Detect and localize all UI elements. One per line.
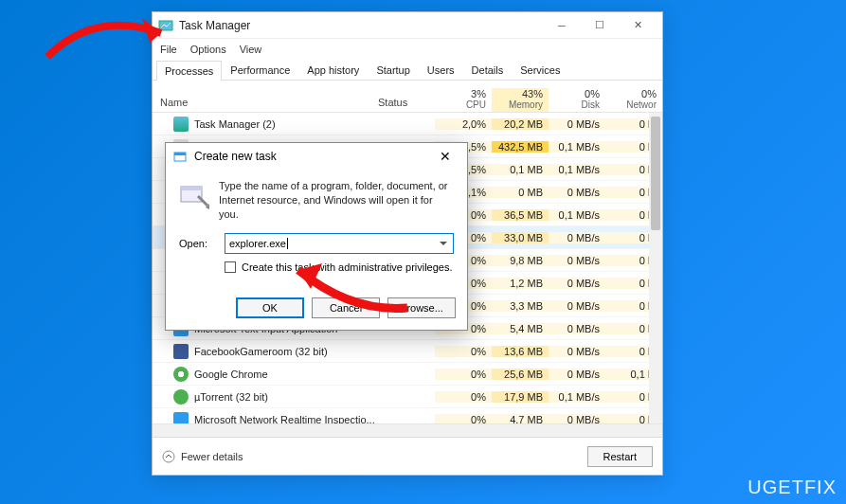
disk-cell: 0,1 MB/s bbox=[549, 209, 605, 221]
cpu-cell: 0% bbox=[435, 414, 492, 424]
process-name: Google Chrome bbox=[194, 369, 268, 380]
disk-cell: 0 MB/s bbox=[549, 278, 605, 289]
process-name: Task Manager (2) bbox=[194, 118, 276, 130]
memory-cell: 3,3 MB bbox=[492, 300, 549, 312]
fewer-details-button[interactable]: Fewer details bbox=[162, 450, 243, 463]
vertical-scrollbar[interactable] bbox=[649, 113, 662, 423]
cpu-cell: 0% bbox=[435, 369, 492, 380]
memory-cell: 9,8 MB bbox=[492, 255, 549, 266]
memory-cell: 5,4 MB bbox=[492, 323, 549, 334]
col-memory[interactable]: 43%Memory bbox=[492, 88, 549, 112]
svg-rect-3 bbox=[174, 153, 186, 155]
memory-cell: 432,5 MB bbox=[492, 141, 549, 153]
dialog-message: Type the name of a program, folder, docu… bbox=[219, 179, 454, 222]
tab-performance[interactable]: Performance bbox=[222, 60, 298, 80]
watermark: UGETFIX bbox=[747, 477, 837, 498]
admin-checkbox[interactable] bbox=[225, 261, 236, 273]
horizontal-scrollbar[interactable] bbox=[153, 423, 662, 437]
menubar: File Options View bbox=[153, 39, 662, 60]
disk-cell: 0,1 MB/s bbox=[549, 141, 605, 153]
memory-cell: 4,7 MB bbox=[492, 414, 549, 424]
menu-view[interactable]: View bbox=[240, 44, 262, 55]
disk-cell: 0 MB/s bbox=[549, 300, 605, 312]
memory-cell: 36,5 MB bbox=[492, 209, 549, 221]
tab-processes[interactable]: Processes bbox=[156, 61, 222, 81]
memory-cell: 33,0 MB bbox=[492, 232, 549, 243]
col-status[interactable]: Status bbox=[378, 97, 435, 112]
table-row[interactable]: Google Chrome0%25,6 MB0 MB/s0,1 M bbox=[153, 363, 662, 386]
tab-users[interactable]: Users bbox=[419, 60, 463, 80]
app-icon bbox=[173, 412, 189, 424]
app-icon bbox=[173, 389, 189, 405]
process-name: µTorrent (32 bit) bbox=[194, 391, 268, 403]
minimize-button[interactable]: ─ bbox=[543, 12, 581, 39]
cpu-cell: 0% bbox=[435, 346, 492, 357]
menu-options[interactable]: Options bbox=[190, 44, 226, 55]
memory-cell: 20,2 MB bbox=[492, 118, 549, 130]
process-name: FacebookGameroom (32 bit) bbox=[194, 346, 328, 357]
create-task-dialog: Create new task ✕ Type the name of a pro… bbox=[165, 142, 468, 331]
app-icon bbox=[173, 367, 189, 382]
col-network[interactable]: 0%Networ bbox=[605, 88, 662, 112]
disk-cell: 0,1 MB/s bbox=[549, 164, 605, 175]
dialog-titlebar: Create new task ✕ bbox=[166, 143, 467, 170]
memory-cell: 17,9 MB bbox=[492, 391, 549, 403]
table-row[interactable]: Task Manager (2)2,0%20,2 MB0 MB/s0 M bbox=[153, 113, 662, 135]
disk-cell: 0 MB/s bbox=[549, 323, 605, 334]
disk-cell: 0 MB/s bbox=[549, 187, 605, 198]
task-manager-icon bbox=[158, 18, 173, 33]
tab-app-history[interactable]: App history bbox=[298, 60, 368, 80]
admin-checkbox-row[interactable]: Create this task with administrative pri… bbox=[225, 261, 454, 273]
col-disk[interactable]: 0%Disk bbox=[549, 88, 605, 112]
close-button[interactable]: ✕ bbox=[619, 12, 657, 39]
tab-startup[interactable]: Startup bbox=[368, 60, 418, 80]
memory-cell: 0,1 MB bbox=[492, 164, 549, 175]
tab-services[interactable]: Services bbox=[512, 60, 568, 80]
table-row[interactable]: FacebookGameroom (32 bit)0%13,6 MB0 MB/s… bbox=[153, 340, 662, 363]
cpu-cell: 2,0% bbox=[435, 118, 492, 130]
open-label: Open: bbox=[179, 238, 215, 249]
chevron-up-icon bbox=[162, 450, 175, 463]
svg-rect-5 bbox=[181, 187, 202, 190]
restart-button[interactable]: Restart bbox=[587, 446, 653, 467]
footer: Fewer details Restart bbox=[153, 437, 662, 475]
disk-cell: 0 MB/s bbox=[549, 346, 605, 357]
app-icon bbox=[173, 117, 189, 132]
window-title: Task Manager bbox=[179, 19, 543, 32]
col-name[interactable]: Name bbox=[153, 97, 378, 112]
maximize-button[interactable]: ☐ bbox=[581, 12, 619, 39]
column-headers: Name Status 3%CPU 43%Memory 0%Disk 0%Net… bbox=[153, 81, 662, 113]
disk-cell: 0 MB/s bbox=[549, 255, 605, 266]
ok-button[interactable]: OK bbox=[236, 297, 304, 318]
table-row[interactable]: Microsoft Network Realtime Inspectio...0… bbox=[153, 408, 662, 423]
tab-details[interactable]: Details bbox=[463, 60, 513, 80]
table-row[interactable]: µTorrent (32 bit)0%17,9 MB0,1 MB/s0 M bbox=[153, 386, 662, 408]
admin-label: Create this task with administrative pri… bbox=[242, 261, 453, 273]
memory-cell: 0 MB bbox=[492, 187, 549, 198]
process-name: Microsoft Network Realtime Inspectio... bbox=[194, 414, 375, 424]
memory-cell: 25,6 MB bbox=[492, 369, 549, 380]
dialog-close-button[interactable]: ✕ bbox=[431, 143, 459, 170]
titlebar: Task Manager ─ ☐ ✕ bbox=[153, 12, 662, 39]
memory-cell: 13,6 MB bbox=[492, 346, 549, 357]
menu-file[interactable]: File bbox=[160, 44, 177, 55]
cancel-button[interactable]: Cancel bbox=[312, 297, 380, 318]
run-icon bbox=[179, 179, 209, 209]
disk-cell: 0 MB/s bbox=[549, 369, 605, 380]
disk-cell: 0 MB/s bbox=[549, 414, 605, 424]
disk-cell: 0,1 MB/s bbox=[549, 391, 605, 403]
dialog-title: Create new task bbox=[194, 150, 431, 163]
run-dialog-icon bbox=[173, 149, 189, 164]
col-cpu[interactable]: 3%CPU bbox=[435, 88, 492, 112]
disk-cell: 0 MB/s bbox=[549, 232, 605, 243]
disk-cell: 0 MB/s bbox=[549, 118, 605, 130]
svg-point-1 bbox=[163, 451, 174, 462]
app-icon bbox=[173, 344, 189, 359]
cpu-cell: 0% bbox=[435, 391, 492, 403]
tab-strip: Processes Performance App history Startu… bbox=[153, 60, 662, 81]
memory-cell: 1,2 MB bbox=[492, 278, 549, 289]
browse-button[interactable]: Browse... bbox=[387, 297, 456, 318]
open-input[interactable]: explorer.exe bbox=[225, 233, 454, 254]
